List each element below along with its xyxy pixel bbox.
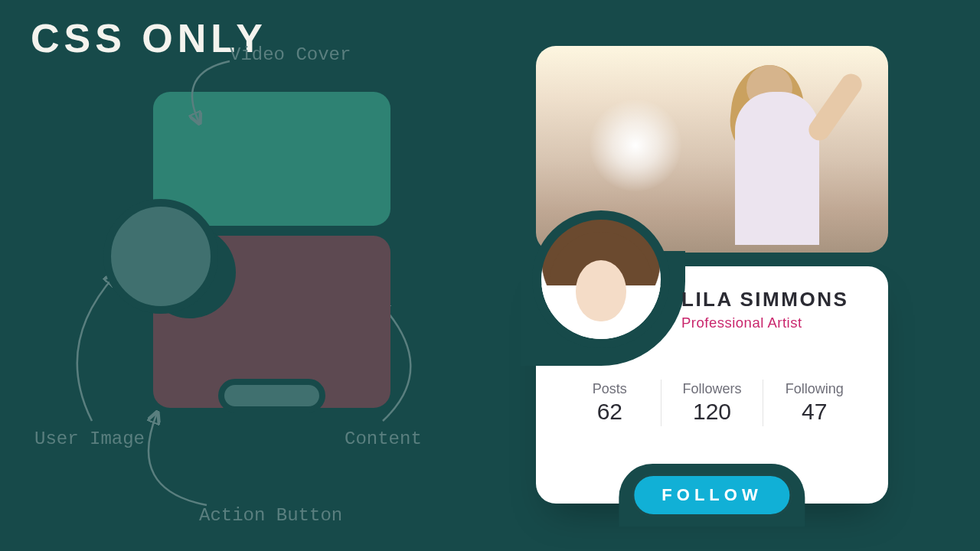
profile-card: LILA SIMMONS Professional Artist Posts 6… — [536, 46, 888, 253]
stat-following-value: 47 — [769, 399, 859, 425]
diagram-action-button-shape — [218, 379, 325, 412]
profile-avatar — [532, 210, 670, 348]
diagram-label-user-image: User Image — [34, 429, 145, 449]
profile-name: LILA SIMMONS — [681, 288, 865, 311]
stat-posts-label: Posts — [565, 381, 655, 397]
diagram: Video Cover User Image Content Action Bu… — [0, 0, 505, 551]
avatar-face — [576, 260, 626, 321]
stat-followers-value: 120 — [668, 399, 757, 425]
diagram-label-action-button: Action Button — [199, 505, 342, 526]
diagram-label-content: Content — [345, 429, 422, 449]
stat-following: Following 47 — [763, 380, 865, 426]
profile-stats: Posts 62 Followers 120 Following 47 — [559, 380, 865, 426]
stat-followers-label: Followers — [668, 381, 757, 397]
stat-posts: Posts 62 — [559, 380, 661, 426]
follow-button-notch: FOLLOW — [619, 464, 805, 527]
cover-silhouette-body — [735, 92, 819, 245]
cover-silhouette-arm — [805, 70, 866, 145]
stat-following-label: Following — [769, 381, 859, 397]
diagram-user-image-shape — [103, 199, 218, 314]
stat-followers: Followers 120 — [661, 380, 763, 426]
follow-button[interactable]: FOLLOW — [631, 473, 792, 517]
diagram-label-video-cover: Video Cover — [230, 44, 351, 65]
stat-posts-value: 62 — [565, 399, 655, 425]
profile-role: Professional Artist — [681, 315, 865, 331]
